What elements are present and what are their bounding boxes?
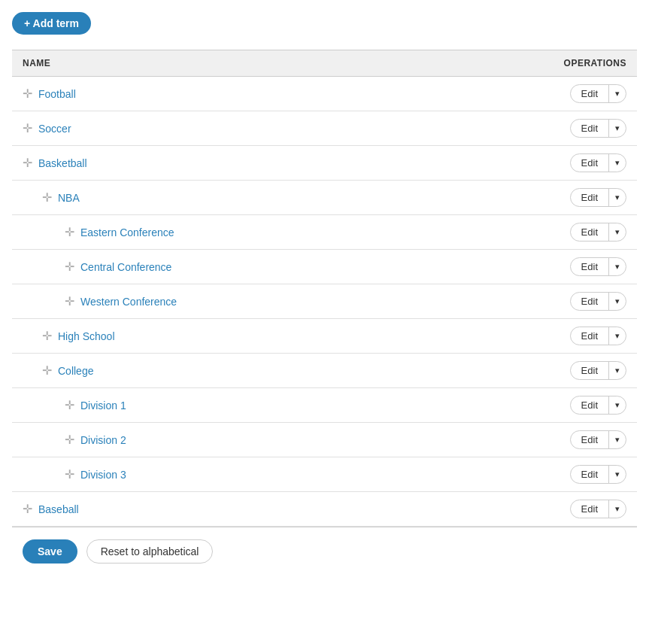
term-name-cell: ✛Soccer	[12, 111, 435, 146]
edit-button-group: Edit▾	[570, 257, 626, 276]
drag-handle-icon[interactable]: ✛	[23, 123, 32, 135]
edit-dropdown-button-division-2[interactable]: ▾	[609, 431, 626, 448]
edit-dropdown-button-baseball[interactable]: ▾	[609, 500, 626, 518]
operations-cell: Edit▾	[435, 111, 637, 146]
operations-cell: Edit▾	[435, 492, 637, 527]
reset-alphabetical-button[interactable]: Reset to alphabetical	[86, 539, 214, 564]
edit-dropdown-button-college[interactable]: ▾	[609, 362, 626, 379]
edit-button-group: Edit▾	[570, 292, 626, 311]
edit-button-central-conference[interactable]: Edit	[571, 258, 609, 275]
edit-button-division-2[interactable]: Edit	[571, 431, 609, 448]
term-link-central-conference[interactable]: Central Conference	[80, 261, 171, 273]
term-name-cell: ✛Division 3	[12, 457, 435, 492]
term-link-college[interactable]: College	[58, 365, 93, 377]
term-link-basketball[interactable]: Basketball	[38, 157, 87, 169]
edit-dropdown-button-high-school[interactable]: ▾	[609, 327, 626, 345]
term-name-cell: ✛Football	[12, 77, 435, 111]
term-link-division-1[interactable]: Division 1	[80, 399, 126, 412]
term-link-soccer[interactable]: Soccer	[38, 123, 71, 135]
table-row: ✛Central ConferenceEdit▾	[12, 250, 637, 284]
table-row: ✛CollegeEdit▾	[12, 354, 637, 388]
edit-dropdown-button-division-1[interactable]: ▾	[609, 396, 626, 414]
edit-button-soccer[interactable]: Edit	[571, 120, 609, 137]
edit-button-western-conference[interactable]: Edit	[571, 293, 609, 310]
operations-column-header: OPERATIONS	[435, 50, 637, 77]
edit-button-group: Edit▾	[570, 465, 626, 484]
term-name-cell: ✛Western Conference	[12, 284, 435, 319]
drag-handle-icon[interactable]: ✛	[42, 365, 52, 377]
edit-button-high-school[interactable]: Edit	[571, 327, 609, 345]
edit-button-group: Edit▾	[570, 361, 626, 380]
term-name-cell: ✛High School	[12, 319, 435, 354]
edit-button-college[interactable]: Edit	[571, 362, 609, 379]
edit-dropdown-button-soccer[interactable]: ▾	[609, 120, 626, 137]
operations-cell: Edit▾	[435, 423, 637, 457]
term-link-eastern-conference[interactable]: Eastern Conference	[80, 226, 174, 238]
operations-cell: Edit▾	[435, 354, 637, 388]
term-name-cell: ✛NBA	[12, 181, 435, 215]
term-name-cell: ✛Division 1	[12, 388, 435, 423]
edit-button-football[interactable]: Edit	[571, 85, 609, 102]
table-row: ✛Western ConferenceEdit▾	[12, 284, 637, 319]
term-link-high-school[interactable]: High School	[58, 330, 115, 342]
edit-button-eastern-conference[interactable]: Edit	[571, 223, 609, 241]
edit-button-group: Edit▾	[570, 188, 626, 207]
drag-handle-icon[interactable]: ✛	[65, 399, 74, 412]
edit-dropdown-button-basketball[interactable]: ▾	[609, 154, 626, 172]
operations-cell: Edit▾	[435, 146, 637, 181]
operations-cell: Edit▾	[435, 457, 637, 492]
save-button[interactable]: Save	[23, 539, 77, 564]
term-link-baseball[interactable]: Baseball	[38, 503, 79, 515]
term-link-division-2[interactable]: Division 2	[80, 434, 126, 446]
edit-button-group: Edit▾	[570, 223, 626, 242]
edit-button-group: Edit▾	[570, 500, 626, 518]
term-name-cell: ✛Division 2	[12, 423, 435, 457]
edit-button-baseball[interactable]: Edit	[571, 500, 609, 518]
operations-cell: Edit▾	[435, 215, 637, 250]
drag-handle-icon[interactable]: ✛	[23, 503, 32, 515]
drag-handle-icon[interactable]: ✛	[65, 226, 74, 238]
drag-handle-icon[interactable]: ✛	[65, 434, 74, 446]
terms-table: NAME OPERATIONS ✛FootballEdit▾✛SoccerEdi…	[12, 50, 637, 527]
edit-dropdown-button-football[interactable]: ▾	[609, 85, 626, 102]
edit-dropdown-button-nba[interactable]: ▾	[609, 189, 626, 206]
edit-button-basketball[interactable]: Edit	[571, 154, 609, 172]
edit-button-group: Edit▾	[570, 327, 626, 345]
drag-handle-icon[interactable]: ✛	[23, 157, 32, 169]
table-row: ✛Division 1Edit▾	[12, 388, 637, 423]
drag-handle-icon[interactable]: ✛	[23, 88, 32, 100]
table-row: ✛Division 3Edit▾	[12, 457, 637, 492]
drag-handle-icon[interactable]: ✛	[42, 192, 52, 204]
term-link-football[interactable]: Football	[38, 88, 76, 100]
drag-handle-icon[interactable]: ✛	[65, 261, 74, 273]
edit-dropdown-button-division-3[interactable]: ▾	[609, 466, 626, 483]
edit-dropdown-button-central-conference[interactable]: ▾	[609, 258, 626, 275]
page-container: + Add term NAME OPERATIONS ✛FootballEdit…	[0, 0, 649, 588]
operations-cell: Edit▾	[435, 319, 637, 354]
table-row: ✛FootballEdit▾	[12, 77, 637, 111]
term-name-cell: ✛Eastern Conference	[12, 215, 435, 250]
add-term-button[interactable]: + Add term	[12, 12, 91, 35]
edit-button-division-1[interactable]: Edit	[571, 396, 609, 414]
table-header-row: NAME OPERATIONS	[12, 50, 637, 77]
term-name-cell: ✛College	[12, 354, 435, 388]
table-row: ✛Eastern ConferenceEdit▾	[12, 215, 637, 250]
drag-handle-icon[interactable]: ✛	[65, 296, 74, 308]
term-link-division-3[interactable]: Division 3	[80, 469, 126, 481]
term-link-nba[interactable]: NBA	[58, 192, 80, 204]
edit-dropdown-button-western-conference[interactable]: ▾	[609, 293, 626, 310]
edit-button-division-3[interactable]: Edit	[571, 466, 609, 483]
term-link-western-conference[interactable]: Western Conference	[80, 296, 177, 308]
drag-handle-icon[interactable]: ✛	[65, 469, 74, 481]
table-row: ✛NBAEdit▾	[12, 181, 637, 215]
drag-handle-icon[interactable]: ✛	[42, 330, 52, 342]
edit-dropdown-button-eastern-conference[interactable]: ▾	[609, 223, 626, 241]
operations-cell: Edit▾	[435, 388, 637, 423]
table-row: ✛SoccerEdit▾	[12, 111, 637, 146]
operations-cell: Edit▾	[435, 284, 637, 319]
name-column-header: NAME	[12, 50, 435, 77]
edit-button-nba[interactable]: Edit	[571, 189, 609, 206]
term-name-cell: ✛Basketball	[12, 146, 435, 181]
operations-cell: Edit▾	[435, 250, 637, 284]
edit-button-group: Edit▾	[570, 119, 626, 138]
